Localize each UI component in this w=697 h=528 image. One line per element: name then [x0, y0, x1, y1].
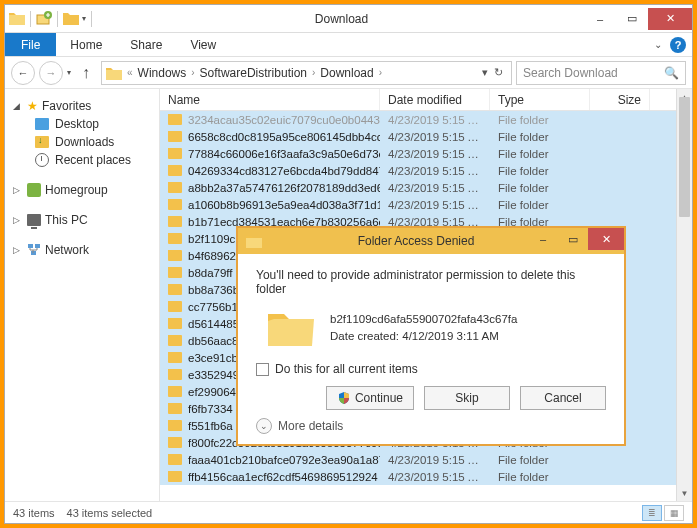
file-name: faaa401cb210bafce0792e3ea90a1a87	[188, 454, 380, 466]
file-name: b8da79ff	[188, 267, 233, 279]
file-name: bb8a736b	[188, 284, 239, 296]
folder-icon	[168, 318, 182, 329]
folder-icon	[168, 199, 182, 210]
homegroup-icon	[27, 183, 41, 197]
navbar: ← → ▾ ↑ « Windows › SoftwareDistribution…	[5, 57, 692, 89]
chevron-right-icon[interactable]: ›	[376, 67, 385, 78]
folder-icon	[168, 216, 182, 227]
file-type: File folder	[490, 471, 590, 483]
table-row[interactable]: a1060b8b96913e5a9ea4d038a3f71d164/23/201…	[160, 196, 692, 213]
help-icon[interactable]: ?	[670, 37, 686, 53]
col-type[interactable]: Type	[490, 89, 590, 110]
window-controls: – ▭ ✕	[584, 8, 692, 30]
col-date[interactable]: Date modified	[380, 89, 490, 110]
table-row[interactable]: faaa401cb210bafce0792e3ea90a1a874/23/201…	[160, 451, 692, 468]
col-size[interactable]: Size	[590, 89, 650, 110]
col-name[interactable]: Name	[160, 89, 380, 110]
maximize-button[interactable]: ▭	[616, 8, 648, 30]
address-dropdown-icon[interactable]: ▾	[482, 66, 488, 79]
titlebar: ▾ Download – ▭ ✕	[5, 5, 692, 33]
file-date: 4/23/2019 5:15 AM	[380, 216, 490, 228]
table-row[interactable]: 04269334cd83127e6bcda4bd79dd847a4/23/201…	[160, 162, 692, 179]
ribbon-tabs: File Home Share View ⌄ ?	[5, 33, 692, 57]
expand-icon[interactable]: ▷	[13, 215, 23, 225]
vertical-scrollbar[interactable]: ▲ ▼	[676, 89, 692, 501]
sidebar-item-recent[interactable]: Recent places	[5, 151, 159, 169]
file-type: File folder	[490, 114, 590, 126]
expand-ribbon-icon[interactable]: ⌄	[654, 39, 662, 50]
folder-icon	[168, 233, 182, 244]
qa-dropdown-icon[interactable]: ▾	[82, 14, 86, 23]
expand-icon[interactable]: ▷	[13, 185, 23, 195]
refresh-icon[interactable]: ↻	[490, 66, 507, 79]
qa-properties-icon[interactable]	[63, 11, 79, 27]
folder-icon	[168, 165, 182, 176]
table-row[interactable]: 6658c8cd0c8195a95ce806145dbb4cc84/23/201…	[160, 128, 692, 145]
view-details-button[interactable]: ≣	[642, 505, 662, 521]
chevron-right-icon[interactable]: ›	[188, 67, 197, 78]
breadcrumb-item[interactable]: Download	[320, 66, 373, 80]
sidebar-item-label: Recent places	[55, 153, 131, 167]
file-name: f6fb7334	[188, 403, 233, 415]
dialog-close-button[interactable]: ✕	[588, 228, 624, 250]
file-name: a1060b8b96913e5a9ea4d038a3f71d16	[188, 199, 380, 211]
table-row[interactable]: 3234acau35c02euic7079cu0e0b04434/23/2019…	[160, 111, 692, 128]
file-name: 3234acau35c02euic7079cu0e0b0443	[188, 114, 380, 126]
continue-label: Continue	[355, 391, 403, 405]
nav-up-button[interactable]: ↑	[75, 62, 97, 84]
favorites-label: Favorites	[42, 99, 91, 113]
more-details-toggle[interactable]: ⌄ More details	[256, 418, 606, 434]
network-header[interactable]: ▷ Network	[5, 241, 159, 259]
column-headers: Name Date modified Type Size	[160, 89, 692, 111]
nav-history-dropdown-icon[interactable]: ▾	[67, 68, 71, 77]
view-large-button[interactable]: ▦	[664, 505, 684, 521]
favorites-header[interactable]: ◢ ★ Favorites	[5, 97, 159, 115]
homegroup-header[interactable]: ▷ Homegroup	[5, 181, 159, 199]
tab-home[interactable]: Home	[56, 35, 116, 55]
skip-button[interactable]: Skip	[424, 386, 510, 410]
folder-icon	[168, 420, 182, 431]
checkbox-icon[interactable]	[256, 363, 269, 376]
folder-icon	[168, 182, 182, 193]
chevron-right-icon[interactable]: ›	[309, 67, 318, 78]
chevron-down-icon: ⌄	[256, 418, 272, 434]
nav-back-button[interactable]: ←	[11, 61, 35, 85]
scroll-thumb[interactable]	[679, 97, 690, 217]
app-folder-icon	[9, 11, 25, 27]
breadcrumb-item[interactable]: Windows	[138, 66, 187, 80]
table-row[interactable]: a8bb2a37a57476126f2078189dd3ed6e4/23/201…	[160, 179, 692, 196]
folder-icon	[168, 284, 182, 295]
sidebar-item-desktop[interactable]: Desktop	[5, 115, 159, 133]
do-for-all-checkbox[interactable]: Do this for all current items	[256, 362, 606, 376]
scroll-down-icon[interactable]: ▼	[677, 485, 692, 501]
qa-newfolder-icon[interactable]	[36, 11, 52, 27]
folder-icon	[168, 267, 182, 278]
address-bar[interactable]: « Windows › SoftwareDistribution › Downl…	[101, 61, 512, 85]
thispc-header[interactable]: ▷ This PC	[5, 211, 159, 229]
close-button[interactable]: ✕	[648, 8, 692, 30]
folder-icon	[168, 454, 182, 465]
file-date: 4/23/2019 5:15 AM	[380, 148, 490, 160]
tab-share[interactable]: Share	[116, 35, 176, 55]
tab-view[interactable]: View	[176, 35, 230, 55]
minimize-button[interactable]: –	[584, 8, 616, 30]
continue-button[interactable]: Continue	[326, 386, 414, 410]
sidebar-item-downloads[interactable]: Downloads	[5, 133, 159, 151]
table-row[interactable]: ffb4156caa1ecf62cdf54698695129244/23/201…	[160, 468, 692, 485]
dialog-folder-created: Date created: 4/12/2019 3:11 AM	[330, 328, 517, 345]
table-row[interactable]: 77884c66006e16f3aafa3c9a50e6d73e4/23/201…	[160, 145, 692, 162]
folder-icon	[168, 250, 182, 261]
breadcrumb-item[interactable]: SoftwareDistribution	[200, 66, 307, 80]
folder-icon	[168, 386, 182, 397]
expand-icon[interactable]: ▷	[13, 245, 23, 255]
tab-file[interactable]: File	[5, 33, 56, 56]
collapse-icon[interactable]: ◢	[13, 101, 23, 111]
dialog-minimize-button[interactable]: –	[528, 228, 558, 250]
address-folder-icon	[106, 66, 122, 80]
cancel-button[interactable]: Cancel	[520, 386, 606, 410]
search-box[interactable]: Search Download 🔍	[516, 61, 686, 85]
folder-icon	[168, 131, 182, 142]
file-type: File folder	[490, 216, 590, 228]
status-bar: 43 items 43 items selected ≣ ▦	[5, 501, 692, 523]
svg-rect-2	[28, 244, 33, 248]
